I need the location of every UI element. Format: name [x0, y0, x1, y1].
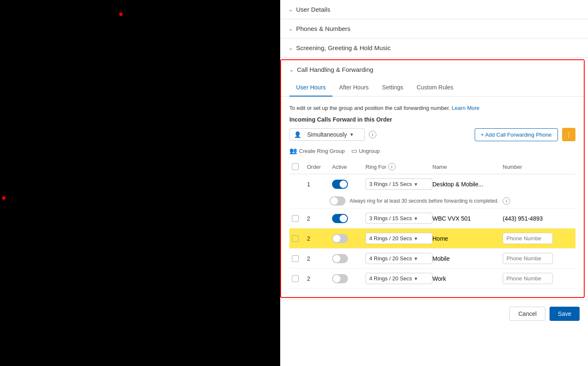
- row2-name: WBC VVX 501: [432, 215, 503, 222]
- tab-custom-rules[interactable]: Custom Rules: [410, 79, 460, 97]
- forwarding-table: Order Active Ring For i Name Number 1: [289, 160, 575, 289]
- user-details-title: User Details: [296, 6, 330, 13]
- row2-toggle[interactable]: [332, 214, 348, 223]
- row4-ring-select[interactable]: 4 Rings / 20 Secs ▼: [366, 253, 432, 264]
- row3-checkbox-col: [292, 235, 307, 242]
- header-number: Number: [503, 164, 573, 170]
- always-ring-row: Always ring for at least 30 seconds befo…: [289, 194, 575, 208]
- row2-ring-chevron: ▼: [414, 216, 418, 221]
- row2-order: 2: [307, 215, 332, 222]
- row3-ring-for: 4 Rings / 20 Secs ▼: [366, 233, 432, 244]
- row5-name: Work: [432, 275, 503, 282]
- row4-order: 2: [307, 255, 332, 262]
- tab-after-hours[interactable]: After Hours: [332, 79, 376, 97]
- call-handling-title: Call Handling & Forwarding: [297, 66, 373, 73]
- row1-ring-for: 3 Rings / 15 Secs ▼: [366, 178, 432, 190]
- ring-for-info-icon[interactable]: i: [388, 163, 396, 170]
- row5-order: 2: [307, 275, 332, 282]
- simultaneous-icon: 👤: [294, 131, 305, 138]
- table-header: Order Active Ring For i Name Number: [289, 160, 575, 174]
- save-button[interactable]: Save: [550, 307, 580, 321]
- left-panel: [0, 0, 280, 366]
- row3-toggle[interactable]: [332, 234, 348, 243]
- row5-toggle[interactable]: [332, 274, 348, 283]
- row5-ring-for: 4 Rings / 20 Secs ▼: [366, 273, 432, 284]
- row3-name: Home: [432, 235, 503, 242]
- dot-2: [2, 196, 5, 200]
- call-handling-section[interactable]: ⌄ Call Handling & Forwarding: [281, 60, 584, 79]
- header-order: Order: [307, 164, 332, 170]
- table-row: 2 4 Rings / 20 Secs ▼ Home: [289, 229, 575, 249]
- screening-chevron: ⌄: [289, 45, 293, 51]
- row5-checkbox-col: [292, 275, 307, 282]
- row2-number: (443) 951-4893: [503, 215, 573, 222]
- forwarding-mode-chevron: ▼: [349, 132, 360, 137]
- more-options-button[interactable]: ⋮: [562, 128, 575, 141]
- select-all-checkbox[interactable]: [292, 163, 299, 170]
- row3-checkbox[interactable]: [292, 235, 299, 242]
- row3-number: [503, 233, 573, 244]
- header-name: Name: [432, 164, 503, 170]
- row4-checkbox[interactable]: [292, 255, 299, 262]
- row5-checkbox[interactable]: [292, 275, 299, 282]
- always-ring-toggle[interactable]: [330, 196, 345, 206]
- forwarding-info-icon[interactable]: i: [369, 131, 376, 138]
- table-row: 2 4 Rings / 20 Secs ▼ Mobile: [289, 249, 575, 269]
- group-actions: 👥 Create Ring Group ▭ Ungroup: [289, 147, 575, 155]
- ungroup-button[interactable]: ▭ Ungroup: [351, 147, 380, 155]
- always-ring-info-icon[interactable]: i: [503, 197, 510, 205]
- dot-1: [119, 13, 123, 16]
- row4-number: [503, 253, 573, 264]
- row4-phone-input[interactable]: [503, 253, 553, 264]
- learn-more-link[interactable]: Learn More: [452, 105, 479, 111]
- tabs-bar: User Hours After Hours Settings Custom R…: [281, 79, 584, 97]
- user-details-chevron: ⌄: [289, 7, 293, 13]
- row2-toggle-col: [332, 214, 366, 223]
- row2-ring-for: 3 Rings / 15 Secs ▼: [366, 213, 432, 224]
- row5-phone-input[interactable]: [503, 273, 553, 284]
- row1-ring-chevron: ▼: [414, 182, 418, 187]
- row5-ring-chevron: ▼: [414, 276, 418, 281]
- row4-name: Mobile: [432, 255, 503, 262]
- row4-toggle[interactable]: [332, 254, 348, 263]
- row4-checkbox-col: [292, 255, 307, 262]
- ungroup-icon: ▭: [351, 147, 357, 155]
- phones-numbers-title: Phones & Numbers: [296, 25, 350, 32]
- info-text: To edit or set up the group and position…: [289, 105, 575, 111]
- call-handling-chevron: ⌄: [289, 67, 294, 73]
- header-checkbox-col: [292, 163, 307, 170]
- user-details-section[interactable]: ⌄ User Details: [280, 0, 588, 19]
- row3-order: 2: [307, 235, 332, 242]
- row2-ring-select[interactable]: 3 Rings / 15 Secs ▼: [366, 213, 432, 224]
- row3-phone-input[interactable]: [503, 233, 553, 244]
- row2-checkbox[interactable]: [292, 215, 299, 222]
- forwarding-mode-label: Simultaneously: [307, 131, 347, 138]
- header-active: Active: [332, 164, 366, 170]
- row3-ring-select[interactable]: 4 Rings / 20 Secs ▼: [366, 233, 432, 244]
- row3-toggle-col: [332, 234, 366, 243]
- forwarding-mode-dropdown[interactable]: 👤 Simultaneously ▼: [289, 128, 365, 141]
- row1-toggle-col: [332, 180, 366, 189]
- row5-toggle-col: [332, 274, 366, 283]
- row1-name: Desktop & Mobile...: [432, 181, 503, 188]
- footer-actions: Cancel Save: [280, 300, 588, 328]
- controls-row: 👤 Simultaneously ▼ i + Add Call Forwardi…: [289, 128, 575, 141]
- row1-toggle[interactable]: [332, 180, 348, 189]
- ungroup-label: Ungroup: [359, 148, 380, 154]
- table-row: 1 3 Rings / 15 Secs ▼ Desktop & Mobile..…: [289, 174, 575, 194]
- screening-section[interactable]: ⌄ Screening, Greeting & Hold Music: [280, 38, 588, 58]
- create-ring-group-button[interactable]: 👥 Create Ring Group: [289, 147, 345, 155]
- tab-settings[interactable]: Settings: [376, 79, 410, 97]
- row4-ring-for: 4 Rings / 20 Secs ▼: [366, 253, 432, 264]
- phones-numbers-section[interactable]: ⌄ Phones & Numbers: [280, 19, 588, 38]
- ring-group-icon: 👥: [289, 147, 297, 155]
- row5-ring-select[interactable]: 4 Rings / 20 Secs ▼: [366, 273, 432, 284]
- header-ring-for: Ring For i: [366, 163, 432, 170]
- add-call-forwarding-button[interactable]: + Add Call Forwarding Phone: [475, 128, 558, 141]
- tab-user-hours[interactable]: User Hours: [289, 79, 332, 97]
- always-ring-text: Always ring for at least 30 seconds befo…: [350, 198, 499, 204]
- cancel-button[interactable]: Cancel: [509, 307, 545, 321]
- row1-ring-select[interactable]: 3 Rings / 15 Secs ▼: [366, 178, 432, 190]
- row3-ring-chevron: ▼: [414, 236, 418, 241]
- table-row: 2 4 Rings / 20 Secs ▼ Work: [289, 269, 575, 289]
